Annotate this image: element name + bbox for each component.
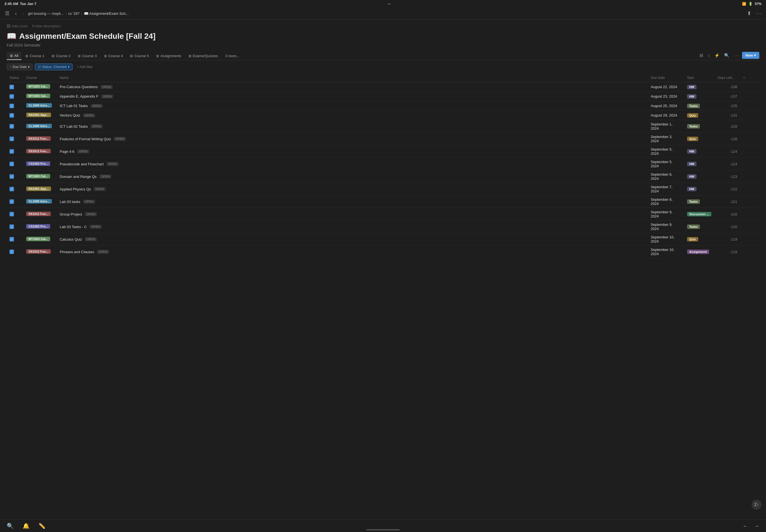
filter-button[interactable]: ⊟ [698, 52, 705, 59]
course-badge[interactable]: CL1000 Intro... [26, 124, 52, 128]
course-badge[interactable]: SS1012 Fun... [26, 136, 51, 141]
tab-assignments[interactable]: ⊞ Assignments [153, 52, 184, 60]
course-badge[interactable]: CS1002 Pro... [26, 161, 50, 166]
task-type-badge[interactable]: Tasks [687, 104, 700, 108]
checkbox-checked[interactable]: ✓ [9, 113, 14, 118]
course-badge[interactable]: NS1001 App... [26, 187, 51, 191]
task-type-badge[interactable]: Tasks [687, 199, 700, 204]
table-row[interactable]: ✓ SS1012 Fun... Phrases and Clauses OPEN… [7, 246, 759, 258]
course-badge[interactable]: MT1003 Cal... [26, 237, 50, 241]
checkbox-checked[interactable]: ✓ [9, 250, 14, 254]
breadcrumb-item-1[interactable]: girl bossing — mayb... [28, 11, 64, 16]
task-type-badge[interactable]: Tasks [687, 124, 700, 129]
add-cover-button[interactable]: 🖼 Add cover [7, 24, 28, 28]
task-type-badge[interactable]: HW [687, 174, 697, 179]
new-button[interactable]: New ▾ [742, 52, 759, 59]
lightning-button[interactable]: ⚡ [713, 52, 721, 59]
bottom-bell-button[interactable]: 🔔 [23, 523, 30, 529]
checkbox-checked[interactable]: ✓ [9, 104, 14, 108]
tab-more[interactable]: 3 more... [222, 52, 243, 60]
task-type-badge[interactable]: Quiz [687, 237, 698, 241]
course-badge[interactable]: CL1000 Intro... [26, 199, 52, 204]
task-type-badge[interactable]: HW [687, 149, 697, 154]
tab-course1[interactable]: ⊞ Course 1 [22, 52, 48, 60]
tab-course2[interactable]: ⊞ Course 2 [48, 52, 74, 60]
checkbox-checked[interactable]: ✓ [9, 174, 14, 179]
checkbox-checked[interactable]: ✓ [9, 212, 14, 216]
add-column-button[interactable]: + [743, 75, 745, 80]
tab-course5[interactable]: ⊞ Course 5 [127, 52, 152, 60]
course-badge[interactable]: MT1003 Cal... [26, 94, 50, 98]
table-row[interactable]: ✓ MT1003 Cal... Calculus Quiz OPEN Septe… [7, 233, 759, 246]
task-type-badge[interactable]: HW [687, 94, 697, 99]
assignment-name[interactable]: ICT Lab 01 Tasks [60, 104, 88, 108]
breadcrumb-item-2[interactable]: cs '28? [68, 11, 79, 16]
search-button[interactable]: 🔍 [723, 52, 731, 59]
assignment-name[interactable]: Pseudocode and Flowchart [60, 162, 104, 166]
tab-course4[interactable]: ⊞ Course 4 [101, 52, 126, 60]
table-row[interactable]: ✓ SS1012 Fun... Group Project OPEN Septe… [7, 208, 759, 221]
table-row[interactable]: ✓ NS1001 App... Applied Physics Qs OPEN … [7, 183, 759, 195]
course-badge[interactable]: SS1012 Fun... [26, 149, 51, 153]
bottom-edit-button[interactable]: ✏️ [38, 523, 45, 529]
table-row[interactable]: ✓ CS1002 Pro... Lab 03 Tasks - C OPEN Se… [7, 221, 759, 233]
bottom-back-button[interactable]: ← [743, 523, 748, 529]
assignment-name[interactable]: Lab 03 tasks [60, 200, 80, 204]
assignment-name[interactable]: Pre-Calculus Questions [60, 85, 98, 89]
course-badge[interactable]: MT1003 Cal... [26, 174, 50, 178]
status-filter[interactable]: ☑ Status: Checked ▾ [35, 64, 72, 70]
assignment-name[interactable]: Calculus Quiz [60, 237, 82, 241]
course-badge[interactable]: MT1003 Cal... [26, 84, 50, 89]
assignment-name[interactable]: Features of Formal Writing Quiz [60, 137, 111, 141]
th-due-date[interactable]: Due Date [648, 74, 684, 82]
hide-description-button[interactable]: ℹ Hide description [32, 24, 61, 28]
table-more-button[interactable]: ··· [733, 52, 741, 59]
task-type-badge[interactable]: HW [687, 162, 697, 166]
add-filter-button[interactable]: + Add filter [75, 64, 95, 70]
table-row[interactable]: ✓ CL1000 Intro... Lab 03 tasks OPEN Sept… [7, 195, 759, 208]
due-date-filter[interactable]: ↑ Due Date ▾ [7, 64, 33, 70]
course-badge[interactable]: SS1012 Fun... [26, 212, 51, 216]
share-button[interactable]: ⬆ [746, 9, 752, 18]
assignment-name[interactable]: Group Project [60, 212, 82, 216]
checkbox-checked[interactable]: ✓ [9, 124, 14, 129]
assignment-name[interactable]: Vectors Quiz [60, 113, 80, 117]
task-type-badge[interactable]: Quiz [687, 137, 698, 141]
table-row[interactable]: ✓ NS1001 App... Vectors Quiz OPEN August… [7, 111, 759, 120]
checkbox-checked[interactable]: ✓ [9, 187, 14, 191]
tab-course3[interactable]: ⊞ Course 3 [74, 52, 100, 60]
checkbox-checked[interactable]: ✓ [9, 224, 14, 229]
checkbox-checked[interactable]: ✓ [9, 137, 14, 141]
course-badge[interactable]: SS1012 Fun... [26, 249, 51, 254]
tab-all[interactable]: ⊞ All [7, 52, 21, 60]
hamburger-button[interactable]: ☰ [3, 9, 11, 18]
checkbox-checked[interactable]: ✓ [9, 237, 14, 241]
task-type-badge[interactable]: Assignment [687, 250, 709, 254]
task-type-badge[interactable]: Tasks [687, 224, 700, 229]
task-type-badge[interactable]: HW [687, 85, 697, 89]
task-type-badge[interactable]: HW [687, 187, 697, 191]
table-row[interactable]: ✓ MT1003 Cal... Domain and Range Qs OPEN… [7, 170, 759, 183]
course-badge[interactable]: NS1001 App... [26, 113, 51, 117]
floating-badge[interactable]: 2↑ [752, 500, 762, 510]
assignment-name[interactable]: Applied Physics Qs [60, 187, 91, 191]
column-more-button[interactable]: ··· [751, 75, 757, 80]
table-row[interactable]: ✓ SS1012 Fun... Features of Formal Writi… [7, 133, 759, 145]
table-row[interactable]: ✓ CS1002 Pro... Pseudocode and Flowchart… [7, 158, 759, 170]
sort-button[interactable]: ↕ [706, 52, 711, 59]
checkbox-checked[interactable]: ✓ [9, 85, 14, 89]
table-row[interactable]: ✓ CL1000 Intro... ICT Lab 01 Tasks OPEN … [7, 101, 759, 111]
back-button[interactable]: ‹ [13, 9, 18, 18]
course-badge[interactable]: CL1000 Intro... [26, 103, 52, 108]
table-row[interactable]: ✓ MT1003 Cal... Pre-Calculus Questions O… [7, 82, 759, 92]
nav-more-button[interactable]: ··· [755, 9, 763, 18]
assignment-name[interactable]: ICT Lab 02 Tasks [60, 124, 88, 129]
assignment-name[interactable]: Lab 03 Tasks - C [60, 225, 87, 229]
table-row[interactable]: ✓ MT1003 Cal... Appendix E, Appendix F O… [7, 92, 759, 101]
task-type-badge[interactable]: Discussion ... [687, 212, 711, 216]
checkbox-checked[interactable]: ✓ [9, 199, 14, 204]
breadcrumb-item-3[interactable]: 📖 Assignment/Exam Sch... [84, 11, 129, 16]
bottom-search-button[interactable]: 🔍 [7, 523, 14, 529]
bottom-forward-button[interactable]: → [754, 523, 759, 529]
checkbox-checked[interactable]: ✓ [9, 149, 14, 154]
